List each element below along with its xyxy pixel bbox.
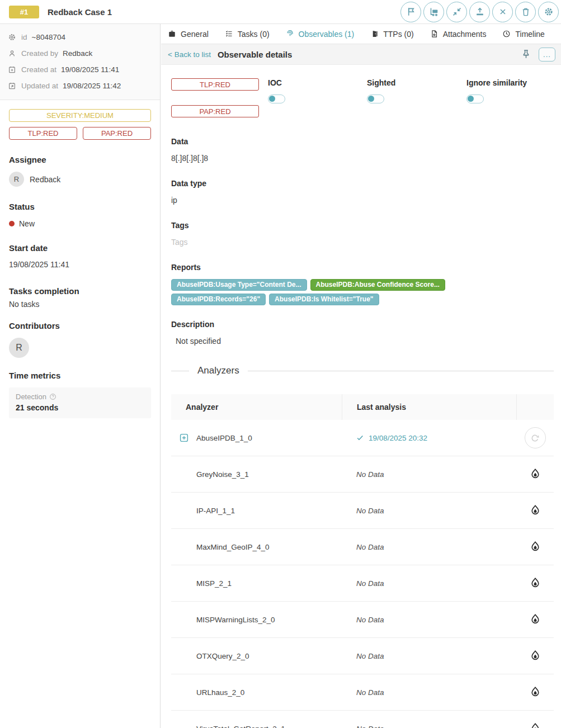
status-value: New	[19, 219, 35, 228]
contributor-avatar: R	[9, 338, 29, 358]
toggle-knob	[269, 96, 275, 102]
tab-ttps[interactable]: TTPs (0)	[370, 30, 413, 39]
analyzer-row: GreyNoise_3_1 No Data	[171, 456, 554, 493]
tab-general[interactable]: General	[168, 30, 209, 39]
responders-button[interactable]	[423, 2, 444, 22]
analyzer-last-analysis: No Data	[356, 470, 384, 479]
actions-column-header	[516, 394, 554, 420]
updated-at-value: 19/08/2025 11:42	[63, 82, 121, 90]
analyzer-last-analysis: No Data	[356, 579, 384, 588]
flame-icon	[530, 613, 541, 625]
delete-case-button[interactable]	[515, 2, 536, 22]
flame-icon	[530, 686, 541, 697]
analyzer-name: URLhaus_2_0	[196, 688, 244, 697]
analyzer-rows: GreyNoise_3_1 No Data IP-API_1_1 No Data…	[171, 456, 554, 728]
tags-input[interactable]: Tags	[171, 238, 554, 247]
report-badge[interactable]: AbuseIPDB:Is Whitelist="True"	[269, 294, 379, 305]
analyzer-row: URLhaus_2_0 No Data	[171, 674, 554, 711]
time-metric-box: Detection 21 seconds	[9, 387, 151, 418]
report-badge[interactable]: AbuseIPDB:Records="26"	[171, 294, 266, 305]
flag-icon	[406, 7, 416, 17]
ignore-similarity-toggle[interactable]	[466, 94, 484, 103]
analyzer-last-analysis: No Data	[356, 688, 384, 697]
sighted-label: Sighted	[367, 78, 395, 87]
pin-icon	[521, 49, 531, 59]
tab-observables-label: Observables (1)	[299, 30, 355, 39]
created-by-row: Created by Redback	[8, 45, 152, 62]
analyzers-table: Analyzer Last analysis AbuseIPDB_1_0	[171, 394, 554, 728]
back-to-list-link[interactable]: < Back to list	[168, 50, 211, 59]
analyzer-last-analysis: No Data	[356, 725, 384, 728]
cart-icon	[429, 7, 439, 17]
run-analyzer-button[interactable]	[529, 577, 541, 589]
analyzer-name: OTXQuery_2_0	[196, 652, 249, 660]
analyzer-row: IP-API_1_1 No Data	[171, 493, 554, 529]
collapse-button[interactable]	[446, 2, 467, 22]
run-analyzer-button[interactable]	[529, 504, 541, 517]
trash-icon	[521, 7, 531, 17]
id-value: ~8048704	[32, 33, 65, 41]
flag-button[interactable]	[400, 2, 421, 22]
severity-badge[interactable]: SEVERITY:MEDIUM	[9, 109, 151, 122]
fingerprint-icon	[286, 30, 294, 38]
expand-report-button[interactable]	[180, 433, 188, 442]
run-analyzer-button[interactable]	[529, 468, 541, 480]
rerun-analyzer-button[interactable]	[525, 427, 546, 448]
pin-button[interactable]	[521, 49, 532, 60]
pap-badge[interactable]: PAP:RED	[83, 127, 151, 140]
run-analyzer-button[interactable]	[529, 541, 541, 553]
run-analyzer-button[interactable]	[529, 613, 541, 626]
run-analyzer-button[interactable]	[529, 686, 541, 698]
run-analyzer-button[interactable]	[529, 722, 541, 728]
tab-attachments[interactable]: Attachments	[430, 30, 487, 39]
case-header: #1 Redback Case 1	[0, 0, 561, 24]
assignee-name: Redback	[30, 175, 60, 184]
toggle-knob	[368, 96, 374, 102]
tab-observables[interactable]: Observables (1)	[286, 30, 355, 39]
sighted-toggle[interactable]	[367, 94, 384, 103]
tab-timeline[interactable]: Timeline	[502, 30, 544, 39]
created-by-label: Created by	[21, 49, 58, 58]
tab-tasks-label: Tasks (0)	[238, 30, 270, 39]
status-row: New	[9, 219, 151, 228]
analyzer-row: OTXQuery_2_0 No Data	[171, 638, 554, 674]
analyzer-last-analysis: 19/08/2025 20:32	[369, 434, 427, 442]
flame-icon	[530, 722, 541, 728]
tab-tasks[interactable]: Tasks (0)	[225, 30, 270, 39]
observable-pap-badge[interactable]: PAP:RED	[171, 105, 259, 117]
analyzer-row: MISPWarningLists_2_0 No Data	[171, 602, 554, 638]
status-dot-icon	[9, 221, 15, 226]
analyzers-table-header: Analyzer Last analysis	[171, 394, 554, 420]
metric-name: Detection	[16, 393, 46, 401]
observable-more-button[interactable]: ...	[539, 48, 555, 62]
close-case-button[interactable]	[492, 2, 513, 22]
description-label: Description	[171, 320, 554, 329]
tlp-badge[interactable]: TLP:RED	[9, 127, 77, 140]
clock-icon	[502, 30, 511, 38]
share-button[interactable]	[469, 2, 490, 22]
case-info-box: id ~8048704 Created by Redback Created a…	[0, 24, 160, 100]
report-badge[interactable]: AbuseIPDB:Abuse Confidence Score...	[310, 279, 445, 291]
analyzer-last-analysis: No Data	[356, 616, 384, 624]
tags-label: Tags	[171, 221, 554, 230]
created-at-value: 19/08/2025 11:41	[61, 65, 119, 74]
analyzer-name: IP-API_1_1	[196, 507, 235, 515]
analyzer-row: AbuseIPDB_1_0 19/08/2025 20:32	[171, 420, 554, 456]
status-heading: Status	[9, 202, 151, 211]
analyzer-last-analysis: No Data	[356, 507, 384, 515]
run-analyzer-button[interactable]	[529, 650, 541, 662]
analyzers-divider: Analyzers	[171, 365, 554, 376]
calendar-plus-icon	[8, 65, 16, 74]
check-icon	[356, 434, 364, 442]
flame-icon	[530, 541, 541, 552]
assignee-row[interactable]: R Redback	[9, 172, 151, 187]
metric-value: 21 seconds	[16, 403, 144, 412]
calendar-edit-icon	[8, 82, 16, 90]
analyzer-name: AbuseIPDB_1_0	[196, 434, 252, 442]
report-badge[interactable]: AbuseIPDB:Usage Type="Content De...	[171, 279, 307, 291]
data-type-label: Data type	[171, 179, 554, 188]
observable-tlp-badge[interactable]: TLP:RED	[171, 78, 259, 91]
case-settings-button[interactable]	[538, 2, 559, 22]
last-analysis-link[interactable]: 19/08/2025 20:32	[356, 434, 516, 442]
ioc-toggle[interactable]	[268, 94, 285, 103]
